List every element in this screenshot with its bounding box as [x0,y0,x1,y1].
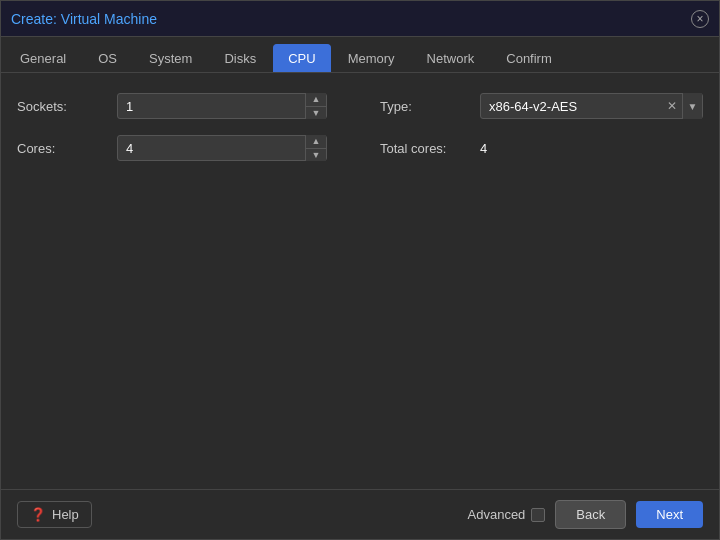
total-cores-label: Total cores: [380,141,470,156]
sockets-value: 1 [118,99,305,114]
type-select-value: x86-64-v2-AES [481,99,662,114]
cores-row: Cores: 4 ▲ ▼ [17,135,340,161]
main-window: Create: Virtual Machine × General OS Sys… [0,0,720,540]
help-icon: ❓ [30,507,46,522]
type-row: Type: x86-64-v2-AES ✕ ▼ [380,93,703,119]
tab-confirm[interactable]: Confirm [491,44,567,72]
close-button[interactable]: × [691,10,709,28]
advanced-checkbox[interactable] [531,508,545,522]
tab-disks[interactable]: Disks [209,44,271,72]
tab-cpu[interactable]: CPU [273,44,330,72]
next-button[interactable]: Next [636,501,703,528]
cores-label: Cores: [17,141,107,156]
sockets-up-arrow[interactable]: ▲ [306,93,326,107]
sockets-down-arrow[interactable]: ▼ [306,107,326,120]
back-button[interactable]: Back [555,500,626,529]
tab-general[interactable]: General [5,44,81,72]
type-dropdown-arrow[interactable]: ▼ [682,93,702,119]
cores-spinbox[interactable]: 4 ▲ ▼ [117,135,327,161]
sockets-arrows: ▲ ▼ [305,93,326,119]
sockets-label: Sockets: [17,99,107,114]
help-button[interactable]: ❓ Help [17,501,92,528]
tab-network[interactable]: Network [412,44,490,72]
type-select[interactable]: x86-64-v2-AES ✕ ▼ [480,93,703,119]
sockets-spinbox[interactable]: 1 ▲ ▼ [117,93,327,119]
content-area: Sockets: 1 ▲ ▼ Type: x86-64-v2-AES ✕ ▼ [1,73,719,489]
tab-bar: General OS System Disks CPU Memory Netwo… [1,37,719,73]
form-grid: Sockets: 1 ▲ ▼ Type: x86-64-v2-AES ✕ ▼ [17,93,703,161]
tab-os[interactable]: OS [83,44,132,72]
tab-memory[interactable]: Memory [333,44,410,72]
cores-value: 4 [118,141,305,156]
cores-down-arrow[interactable]: ▼ [306,149,326,162]
type-label: Type: [380,99,470,114]
sockets-row: Sockets: 1 ▲ ▼ [17,93,340,119]
title-bar: Create: Virtual Machine × [1,1,719,37]
cores-arrows: ▲ ▼ [305,135,326,161]
total-cores-row: Total cores: 4 [380,135,703,161]
advanced-row: Advanced [468,507,546,522]
cores-up-arrow[interactable]: ▲ [306,135,326,149]
help-label: Help [52,507,79,522]
window-title: Create: Virtual Machine [11,11,157,27]
total-cores-value: 4 [480,141,487,156]
footer: ❓ Help Advanced Back Next [1,489,719,539]
type-clear-button[interactable]: ✕ [662,93,682,119]
advanced-label: Advanced [468,507,526,522]
tab-system[interactable]: System [134,44,207,72]
